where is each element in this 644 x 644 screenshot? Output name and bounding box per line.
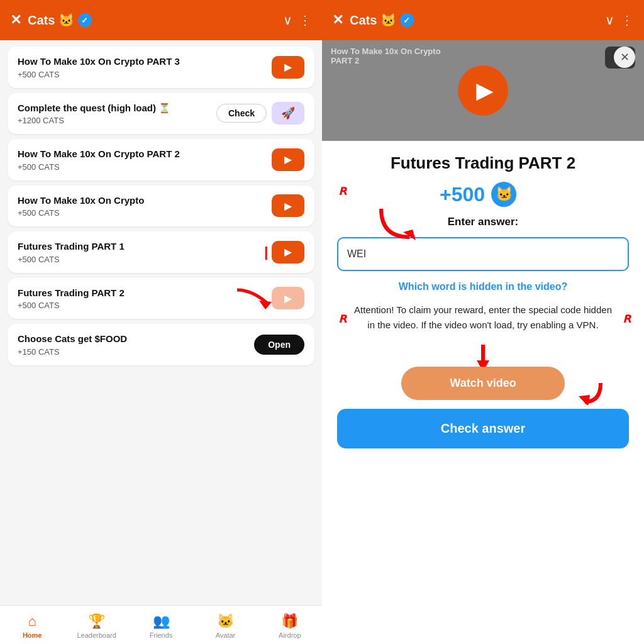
quest-reward: +1200 CATS — [18, 116, 209, 125]
watch-video-button[interactable]: Watch video — [401, 367, 565, 400]
play-triangle: ▶ — [476, 77, 494, 104]
check-answer-arrow — [566, 380, 604, 405]
right-chevron-button[interactable]: ∨ — [605, 13, 614, 28]
video-preview[interactable]: How To Make 10x On CryptoPART 2 ▶ ✕ — [322, 40, 644, 141]
nav-leaderboard-label: Leaderboard — [77, 631, 116, 639]
friends-icon: 👥 — [153, 613, 170, 630]
quest-info: Futures Trading PART 1 +500 CATS — [18, 240, 257, 264]
quest-action: ▶ — [272, 148, 304, 171]
right-panel: ✕ Cats 🐱 ✓ ∨ ⋮ How To Make 10x On Crypto… — [322, 0, 644, 644]
quest-reward: +150 CATS — [18, 347, 247, 357]
answer-input-wrapper — [337, 237, 629, 271]
input-arrow-annotation — [375, 206, 425, 243]
nav-avatar[interactable]: 🐱 Avatar — [193, 611, 257, 641]
right-more-button[interactable]: ⋮ — [621, 13, 634, 28]
quest-title: How To Make 10x On Crypto — [18, 194, 264, 207]
red-arrow-annotation — [234, 287, 272, 309]
left-more-button[interactable]: ⋮ — [299, 13, 312, 28]
modal-content: Futures Trading PART 2 ᴿ +500 🐱 Enter an… — [322, 141, 644, 644]
quest-info: How To Make 10x On Crypto PART 3 +500 CA… — [18, 55, 264, 79]
leaderboard-icon: 🏆 — [88, 613, 105, 630]
right-close-button[interactable]: ✕ — [332, 12, 343, 28]
left-attention-annotation: ᴿ — [337, 312, 345, 333]
quest-item-futures-2: Futures Trading PART 2 +500 CATS ▶ — [8, 278, 314, 319]
left-chevron-button[interactable]: ∨ — [283, 13, 292, 28]
video-button-futures-2[interactable]: ▶ — [272, 287, 304, 309]
bottom-nav: ⌂ Home 🏆 Leaderboard 👥 Friends 🐱 Avatar … — [0, 605, 322, 644]
quest-item-crypto-1: How To Make 10x On Crypto +500 CATS ▶ — [8, 186, 314, 227]
quest-info: Choose Cats get $FOOD +150 CATS — [18, 333, 247, 357]
rocket-button[interactable]: 🚀 — [272, 102, 304, 125]
modal-title: Futures Trading PART 2 — [337, 153, 629, 173]
left-annotation-mark: ᴿ — [337, 184, 345, 205]
video-button[interactable]: ▶ — [272, 194, 304, 217]
check-answer-section: Check answer — [337, 409, 629, 448]
right-attention-annotation: ᴿ — [621, 312, 629, 333]
question-text: Which word is hidden in the video? — [337, 280, 629, 294]
quest-info: Futures Trading PART 2 +500 CATS — [18, 287, 264, 311]
play-button-big[interactable]: ▶ — [458, 65, 508, 116]
quest-title: How To Make 10x On Crypto PART 2 — [18, 148, 264, 160]
quest-action: ▶ — [272, 287, 304, 309]
quest-item-crypto-3: How To Make 10x On Crypto PART 3 +500 CA… — [8, 47, 314, 88]
left-close-button[interactable]: ✕ — [10, 12, 21, 28]
quest-info: How To Make 10x On Crypto +500 CATS — [18, 194, 264, 218]
video-button[interactable]: ▶ — [272, 56, 304, 79]
attention-text: Attention! To claim your reward, enter t… — [350, 303, 616, 333]
quest-info: How To Make 10x On Crypto PART 2 +500 CA… — [18, 148, 264, 172]
reward-row: +500 🐱 — [440, 182, 516, 207]
quest-item-choose-cats: Choose Cats get $FOOD +150 CATS Open — [8, 324, 314, 365]
right-header: ✕ Cats 🐱 ✓ ∨ ⋮ — [322, 0, 644, 40]
open-button[interactable]: Open — [254, 335, 304, 355]
quest-reward: +500 CATS — [18, 162, 264, 172]
attention-row: ᴿ Attention! To claim your reward, enter… — [337, 303, 629, 333]
play-icon: ▶ — [284, 61, 292, 73]
left-panel: ✕ Cats 🐱 ✓ ∨ ⋮ How To Make 10x On Crypto… — [0, 0, 322, 644]
nav-airdrop[interactable]: 🎁 Airdrop — [258, 611, 322, 641]
play-icon: ▶ — [284, 246, 292, 258]
quest-title: Choose Cats get $FOOD — [18, 333, 247, 345]
quest-reward: +500 CATS — [18, 301, 264, 310]
quest-reward: +500 CATS — [18, 70, 264, 79]
right-title-text: Cats 🐱 — [350, 13, 396, 28]
left-title-text: Cats 🐱 — [28, 13, 74, 28]
quest-title: How To Make 10x On Crypto PART 3 — [18, 55, 264, 68]
play-icon: ▶ — [284, 153, 292, 165]
nav-friends-label: Friends — [150, 631, 173, 639]
check-answer-button[interactable]: Check answer — [337, 409, 629, 448]
airdrop-icon: 🎁 — [281, 613, 298, 630]
nav-friends[interactable]: 👥 Friends — [129, 611, 193, 641]
nav-home-label: Home — [23, 631, 42, 639]
video-button[interactable]: ▶ — [272, 148, 304, 171]
reward-amount: +500 — [440, 183, 485, 206]
right-verified-badge: ✓ — [400, 13, 414, 27]
nav-leaderboard[interactable]: 🏆 Leaderboard — [64, 611, 128, 641]
modal-close-button[interactable]: ✕ — [614, 47, 635, 68]
check-button[interactable]: Check — [216, 104, 267, 123]
left-header-title: Cats 🐱 ✓ — [28, 13, 277, 28]
svg-marker-5 — [579, 395, 590, 405]
reward-annotation-row: ᴿ +500 🐱 — [337, 182, 629, 207]
quest-title: Futures Trading PART 1 — [18, 240, 257, 253]
cat-reward-badge: 🐱 — [491, 182, 516, 207]
play-icon: ▶ — [284, 292, 292, 304]
svg-marker-0 — [259, 301, 272, 309]
quest-action: | ▶ — [264, 241, 304, 264]
quest-item-complete: Complete the quest (high load) ⏳ +1200 C… — [8, 93, 314, 135]
quest-item-crypto-2: How To Make 10x On Crypto PART 2 +500 CA… — [8, 139, 314, 180]
quest-list: How To Make 10x On Crypto PART 3 +500 CA… — [0, 40, 322, 605]
video-button[interactable]: ▶ — [272, 241, 304, 264]
nav-airdrop-label: Airdrop — [279, 631, 301, 639]
right-header-title: Cats 🐱 ✓ — [350, 13, 599, 28]
quest-action: Open — [254, 335, 304, 355]
verified-badge: ✓ — [78, 13, 92, 27]
quest-item-futures-1: Futures Trading PART 1 +500 CATS | ▶ — [8, 231, 314, 273]
quest-reward: +500 CATS — [18, 255, 257, 264]
quest-action: Check 🚀 — [216, 102, 304, 125]
left-header: ✕ Cats 🐱 ✓ ∨ ⋮ — [0, 0, 322, 40]
nav-avatar-label: Avatar — [216, 631, 236, 639]
play-icon: ▶ — [284, 200, 292, 212]
nav-home[interactable]: ⌂ Home — [0, 611, 64, 641]
quest-title: Complete the quest (high load) ⏳ — [18, 102, 209, 114]
home-icon: ⌂ — [28, 613, 36, 630]
